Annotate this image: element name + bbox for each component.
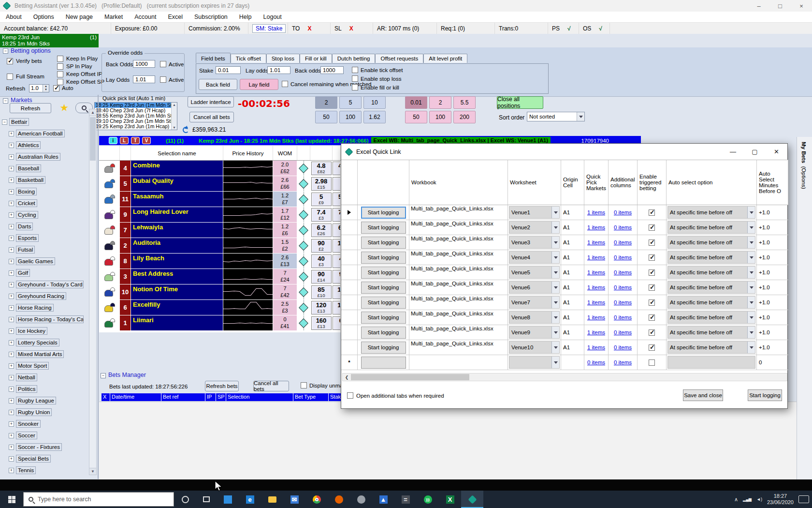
worksheet-dropdown[interactable]: Venue10: [509, 341, 560, 354]
origin-cell[interactable]: [561, 355, 584, 370]
expand-icon[interactable]: +: [9, 421, 14, 427]
expand-icon[interactable]: +: [9, 178, 14, 183]
back-preset-5[interactable]: 5: [339, 96, 362, 109]
auto-select-dropdown[interactable]: At specific time before off: [667, 326, 755, 339]
tab-stop-loss[interactable]: Stop loss: [266, 54, 300, 63]
auto-select-dropdown[interactable]: [667, 356, 755, 369]
bets-column-bet-ref[interactable]: Bet ref: [161, 393, 205, 401]
back-odds-active-checkbox[interactable]: [160, 61, 166, 67]
scroll-down-icon[interactable]: ▼: [89, 468, 96, 475]
sidebar-item-gaelic-games[interactable]: +Gaelic Games: [2, 255, 88, 267]
t-button[interactable]: T: [131, 137, 140, 144]
origin-cell[interactable]: A1: [561, 250, 584, 265]
origin-cell[interactable]: A1: [561, 340, 584, 355]
workbook-cell[interactable]: Multi_tab_page_Quick_Links.xlsx: [409, 265, 508, 280]
tab-fill-or-kill[interactable]: Fill or kill: [300, 54, 332, 63]
expand-icon[interactable]: +: [9, 282, 14, 287]
sidebar-item-cycling[interactable]: +Cycling: [2, 209, 88, 221]
minutes-before-cell[interactable]: +1.0: [757, 325, 788, 340]
v-button[interactable]: V: [142, 137, 151, 144]
expand-icon[interactable]: +: [9, 189, 14, 194]
tab-alt-level-profit[interactable]: Alt level profit: [423, 54, 467, 63]
expand-icon[interactable]: +: [9, 143, 14, 148]
back-odds-button-2[interactable]: 6.6£5: [333, 224, 341, 237]
back-odds-button[interactable]: 5£9: [311, 193, 332, 206]
back-odds-button[interactable]: 2.98£15: [311, 177, 332, 191]
minutes-before-cell[interactable]: 0: [757, 355, 788, 370]
lay-preset-200[interactable]: 200: [453, 111, 476, 123]
start-logging-footer-button[interactable]: Start logging: [748, 389, 782, 401]
menu-item-about[interactable]: About: [6, 14, 22, 20]
maximize-button[interactable]: □: [769, 0, 791, 12]
info-button[interactable]: i: [109, 137, 117, 144]
start-logging-button[interactable]: Start logging: [361, 252, 406, 264]
enable-fill-or-kill-checkbox[interactable]: [352, 84, 358, 90]
workbook-cell[interactable]: Multi_tab_page_Quick_Links.xlsx: [409, 235, 508, 250]
favourites-star-icon[interactable]: [60, 104, 68, 112]
sidebar-item-rugby-union[interactable]: +Rugby Union: [2, 406, 88, 418]
start-logging-button-empty[interactable]: [361, 357, 406, 369]
bets-column-date-time[interactable]: Date/time: [110, 393, 161, 401]
additional-items-link[interactable]: 0 items: [614, 359, 632, 365]
tab-field-bets[interactable]: Field bets: [196, 53, 231, 63]
minutes-before-cell[interactable]: +1.0: [757, 220, 788, 235]
expand-icon[interactable]: +: [9, 375, 14, 380]
taskbar-clock[interactable]: 18:2723/06/2020: [767, 493, 794, 506]
bets-column-selection[interactable]: Selection: [226, 393, 293, 401]
keep-in-play-checkbox[interactable]: [57, 56, 63, 62]
minutes-before-cell[interactable]: +1.0: [757, 205, 788, 220]
enable-triggered-betting-checkbox[interactable]: [649, 239, 655, 246]
collapse-bets-manager-icon[interactable]: −: [101, 373, 106, 378]
expand-icon[interactable]: +: [9, 387, 14, 392]
cancel-all-bets-button[interactable]: Cancel all bets: [189, 112, 234, 122]
workbook-cell[interactable]: Multi_tab_page_Quick_Links.xlsx: [409, 295, 508, 310]
notification-center-icon[interactable]: [798, 495, 809, 503]
sidebar-item-baseball[interactable]: +Baseball: [2, 163, 88, 174]
minutes-before-cell[interactable]: +1.0: [757, 280, 788, 295]
expand-icon[interactable]: +: [9, 131, 14, 136]
expand-icon[interactable]: +: [9, 236, 14, 241]
ladder-interface-button[interactable]: Ladder interface: [188, 96, 234, 107]
expand-icon[interactable]: +: [9, 201, 14, 206]
lay-preset-100[interactable]: 100: [429, 111, 451, 123]
tab-offset-requests[interactable]: Offset requests: [375, 54, 423, 63]
expand-icon[interactable]: +: [9, 270, 14, 276]
expand-icon[interactable]: +: [9, 166, 14, 171]
tab-tick-offset[interactable]: Tick offset: [231, 54, 266, 63]
expand-icon[interactable]: +: [9, 340, 14, 345]
origin-cell[interactable]: A1: [561, 310, 584, 325]
back-odds-button[interactable]: 90£2: [311, 239, 332, 253]
close-all-positions-button[interactable]: Close all positions: [497, 96, 543, 109]
quick-pick-scrollbar[interactable]: ▲▼: [171, 103, 177, 130]
sidebar-item-netball[interactable]: +Netball: [2, 372, 88, 383]
sidebar-scrollbar[interactable]: ▲ ▼: [89, 109, 97, 475]
firefox-icon[interactable]: [328, 491, 350, 508]
file-explorer-icon[interactable]: [261, 491, 283, 508]
quick-pick-items-link[interactable]: 1 items: [587, 224, 605, 230]
workbook-cell[interactable]: Multi_tab_page_Quick_Links.xlsx: [409, 280, 508, 295]
sidebar-item-golf[interactable]: +Golf: [2, 267, 88, 279]
back-odds-button-2[interactable]: 46£2: [333, 254, 341, 268]
field-lay-odds-input[interactable]: 1.01: [267, 66, 290, 74]
enable-triggered-betting-checkbox[interactable]: [649, 299, 655, 306]
start-logging-button[interactable]: Start logging: [361, 237, 406, 249]
current-market-box[interactable]: Kemp 23rd Jun (1) 18:25 1m Mdn Stks: [0, 34, 99, 47]
sort-order-dropdown[interactable]: Not sorted: [527, 112, 585, 121]
menu-item-excel[interactable]: Excel: [168, 14, 183, 20]
minutes-before-cell[interactable]: +1.0: [757, 235, 788, 250]
auto-select-dropdown[interactable]: At specific time before off: [667, 311, 755, 324]
worksheet-dropdown[interactable]: [509, 356, 560, 369]
enable-triggered-betting-checkbox[interactable]: [649, 254, 655, 261]
sidebar-item-athletics[interactable]: +Athletics: [2, 139, 88, 151]
back-odds-button[interactable]: 7.4£3: [311, 208, 332, 222]
runner-name[interactable]: Dubai Quality: [131, 176, 223, 192]
refresh-total-icon[interactable]: [183, 127, 189, 133]
quick-pick-items-link[interactable]: 1 items: [587, 254, 605, 260]
refresh-interval-spinner[interactable]: 1.0 ▲▼: [29, 84, 49, 92]
bets-column-x[interactable]: X: [102, 393, 110, 401]
quick-pick-items-link[interactable]: 1 items: [587, 344, 605, 350]
expand-icon[interactable]: +: [9, 445, 14, 450]
auto-select-dropdown[interactable]: At specific time before off: [667, 251, 755, 264]
workbook-cell[interactable]: Multi_tab_page_Quick_Links.xlsx: [409, 340, 508, 355]
additional-items-link[interactable]: 0 items: [614, 344, 632, 350]
